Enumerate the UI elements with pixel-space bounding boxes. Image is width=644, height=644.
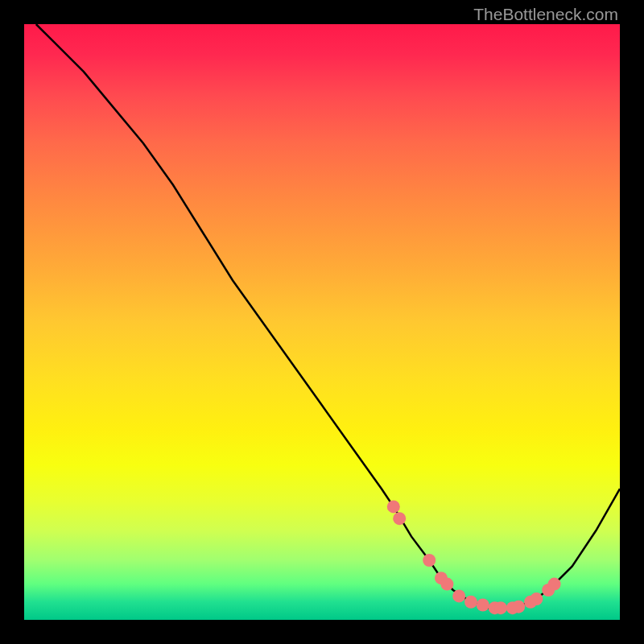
highlight-dot [464,596,477,609]
highlight-dot [530,592,543,605]
watermark-text: TheBottleneck.com [473,5,618,24]
highlight-dot [440,578,453,591]
highlight-dots [387,500,561,614]
highlight-dot [548,578,561,591]
highlight-dot [477,599,489,612]
highlight-dot [494,601,507,614]
highlight-dot [512,601,525,613]
plot-area [24,24,620,620]
curve-svg [24,24,620,620]
chart-container: TheBottleneck.com [0,0,644,644]
highlight-dot [387,500,400,513]
bottleneck-curve [36,24,620,608]
highlight-dot [452,589,465,602]
highlight-dot [423,554,436,567]
highlight-dot [393,512,406,525]
